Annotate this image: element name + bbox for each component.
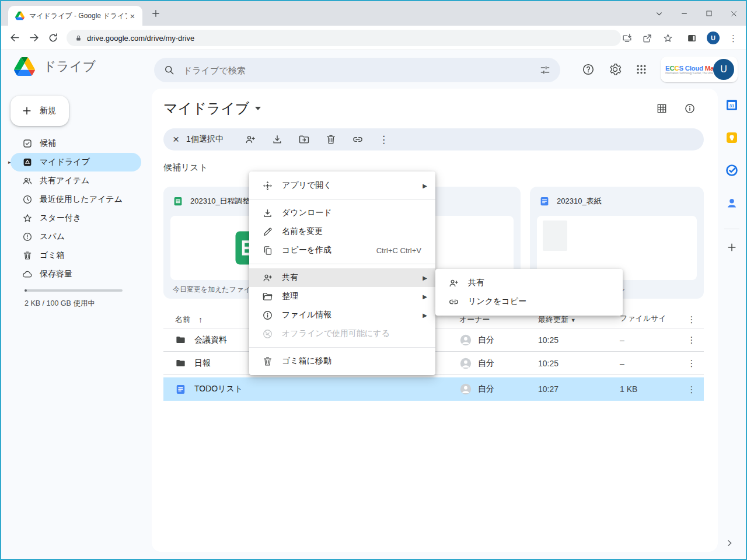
sort-ascending-icon[interactable]: ↑ xyxy=(198,315,203,324)
menu-item-organize[interactable]: 整理 ▶ xyxy=(249,287,435,306)
app-name: ドライブ xyxy=(43,58,96,75)
menu-item-move-to-trash[interactable]: ゴミ箱に移動 xyxy=(249,352,435,370)
info-icon xyxy=(262,310,274,321)
menu-item-make-copy[interactable]: コピーを作成 Ctrl+C Ctrl+V xyxy=(249,241,435,260)
sidebar-item-storage[interactable]: 保存容量 xyxy=(11,265,141,284)
menu-item-rename[interactable]: 名前を変更 xyxy=(249,222,435,241)
search-input[interactable] xyxy=(183,65,539,75)
contacts-icon[interactable] xyxy=(725,196,739,210)
move-to-folder-icon[interactable] xyxy=(298,134,310,145)
trash-selected-icon[interactable] xyxy=(325,134,337,145)
file-size: – xyxy=(620,335,679,345)
sidebar-item-spam[interactable]: スパム xyxy=(11,228,141,246)
sidebar-item-shared[interactable]: 共有アイテム xyxy=(11,172,141,190)
row-more-icon[interactable]: ⋮ xyxy=(679,335,704,344)
sidebar-item-trash[interactable]: ゴミ箱 xyxy=(11,246,141,265)
title-dropdown-caret-icon[interactable] xyxy=(255,107,261,110)
row-more-icon[interactable]: ⋮ xyxy=(679,359,704,368)
share-page-icon[interactable] xyxy=(642,33,653,44)
file-name: 日報 xyxy=(194,358,211,369)
modified-time: 10:25 xyxy=(538,359,620,368)
new-tab-button[interactable] xyxy=(151,8,161,19)
window-maximize-button[interactable] xyxy=(706,10,713,17)
column-owner[interactable]: オーナー xyxy=(459,314,538,325)
submenu-arrow-icon: ▶ xyxy=(423,275,427,281)
folder-icon xyxy=(175,358,186,369)
owner-avatar xyxy=(459,357,472,370)
table-row-selected[interactable]: TODOリスト 自分 10:27 1 KB ⋮ xyxy=(163,377,704,401)
download-selected-icon[interactable] xyxy=(271,134,283,145)
sidebar-item-starred[interactable]: スター付き xyxy=(11,209,141,228)
menu-item-share[interactable]: 共有 ▶ xyxy=(249,268,435,287)
clear-selection-icon[interactable]: × xyxy=(173,133,179,146)
url-text: drive.google.com/drive/my-drive xyxy=(87,34,194,43)
card-title: 202310_日程調整 xyxy=(190,196,250,206)
account-subtitle: Information Technology Center, The Unive… xyxy=(665,72,713,75)
hide-panel-chevron-icon[interactable] xyxy=(725,538,734,548)
side-panel-icon[interactable] xyxy=(686,33,697,44)
file-size: – xyxy=(620,359,679,368)
browser-tab[interactable]: マイドライブ - Google ドライブ × xyxy=(8,6,142,26)
submenu-item-share[interactable]: 共有 xyxy=(435,274,623,292)
search-icon[interactable] xyxy=(163,64,175,76)
tasks-icon[interactable] xyxy=(725,163,739,177)
add-addon-icon[interactable] xyxy=(726,242,738,253)
sidebar-item-recent[interactable]: 最近使用したアイテム xyxy=(11,190,141,209)
selection-more-icon[interactable]: ⋮ xyxy=(379,135,389,145)
selection-toolbar: × 1個選択中 ⋮ xyxy=(163,128,704,150)
menu-item-file-info[interactable]: ファイル情報 ▶ xyxy=(249,306,435,324)
window-close-button[interactable] xyxy=(730,10,738,18)
tab-search-chevron-icon[interactable] xyxy=(655,10,663,18)
submenu-arrow-icon: ▶ xyxy=(423,293,427,300)
bookmark-star-icon[interactable] xyxy=(662,33,673,44)
url-bar[interactable]: drive.google.com/drive/my-drive xyxy=(67,30,621,46)
help-icon[interactable] xyxy=(582,63,595,76)
keep-icon[interactable] xyxy=(725,131,739,145)
menu-item-open-with[interactable]: アプリで開く ▶ xyxy=(249,176,435,195)
apps-grid-icon[interactable] xyxy=(636,64,647,75)
submenu-item-copy-link[interactable]: リンクをコピー xyxy=(435,292,623,311)
drive-logo-icon xyxy=(14,57,35,76)
expand-caret-icon[interactable]: ▸ xyxy=(8,159,11,165)
window-minimize-button[interactable] xyxy=(680,10,688,18)
reload-button[interactable] xyxy=(48,33,58,43)
card-title: 202310_表紙 xyxy=(557,196,602,206)
owner-avatar xyxy=(459,334,472,346)
menu-item-download[interactable]: ダウンロード xyxy=(249,204,435,222)
modified-time: 10:25 xyxy=(538,335,620,345)
account-avatar[interactable]: U xyxy=(713,59,734,80)
storage-usage-text: 2 KB / 100 GB 使用中 xyxy=(25,299,95,309)
browser-profile-avatar[interactable]: U xyxy=(707,32,720,44)
sidebar: 新規 候補 ▸ マイドライブ 共有アイテム 最近使用したアイテム スター付き ス… xyxy=(1,89,152,560)
info-icon[interactable] xyxy=(684,103,696,114)
column-size[interactable]: ファイルサイズ xyxy=(620,313,679,326)
new-button[interactable]: 新規 xyxy=(11,96,69,126)
column-name[interactable]: 名前 xyxy=(175,314,190,325)
copy-link-icon[interactable] xyxy=(352,134,364,145)
my-drive-icon xyxy=(22,157,33,167)
account-badge[interactable]: ECCS Cloud Mail Information Technology C… xyxy=(661,57,738,82)
search-bar[interactable] xyxy=(154,58,560,82)
sidebar-item-suggested[interactable]: 候補 xyxy=(11,134,141,153)
install-icon[interactable] xyxy=(622,33,633,44)
calendar-icon[interactable]: 31 xyxy=(725,98,739,112)
share-submenu: 共有 リンクをコピー xyxy=(435,269,623,316)
settings-gear-icon[interactable] xyxy=(609,63,622,76)
storage-progress-bar xyxy=(25,289,123,292)
share-selected-icon[interactable] xyxy=(245,134,256,145)
drive-favicon-icon xyxy=(15,11,25,20)
grid-view-icon[interactable] xyxy=(656,103,668,114)
row-more-icon[interactable]: ⋮ xyxy=(679,385,704,394)
sidebar-item-my-drive[interactable]: ▸ マイドライブ xyxy=(11,153,141,172)
menu-divider xyxy=(249,347,435,348)
back-button[interactable] xyxy=(9,32,20,43)
submenu-arrow-icon: ▶ xyxy=(423,312,427,318)
forward-button[interactable] xyxy=(29,32,40,43)
page-title[interactable]: マイドライブ xyxy=(163,99,261,118)
trash-icon xyxy=(262,356,274,367)
header-more-icon[interactable]: ⋮ xyxy=(679,315,704,324)
search-options-icon[interactable] xyxy=(539,64,551,76)
browser-menu-icon[interactable]: ⋮ xyxy=(729,34,738,43)
column-modified[interactable]: 最終更新 ▼ xyxy=(538,314,620,325)
tab-close-icon[interactable]: × xyxy=(127,10,138,21)
